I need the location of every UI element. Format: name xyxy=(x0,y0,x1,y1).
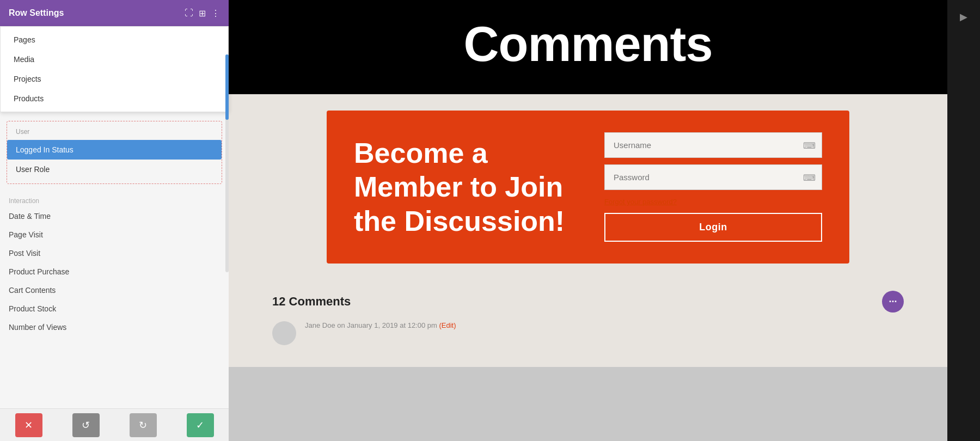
username-wrapper: ⌨ xyxy=(604,132,822,158)
comment-meta: Jane Doe on January 1, 2019 at 12:00 pm … xyxy=(305,321,456,329)
comment-edit-link[interactable]: (Edit) xyxy=(439,321,456,329)
post-visit-item[interactable]: Post Visit xyxy=(7,244,222,262)
more-icon[interactable]: ⋮ xyxy=(211,8,220,19)
user-role-item[interactable]: User Role xyxy=(7,160,222,179)
number-of-views-item[interactable]: Number of Views xyxy=(7,318,222,336)
sidebar-icon-1[interactable]: ▶ xyxy=(960,11,967,23)
comments-title: Comments xyxy=(250,16,926,72)
login-headline: Become a Member to Join the Discussion! xyxy=(354,136,572,238)
username-input[interactable] xyxy=(604,132,822,158)
cart-contents-item[interactable]: Cart Contents xyxy=(7,281,222,299)
page-visit-item[interactable]: Page Visit xyxy=(7,225,222,244)
more-options-button[interactable]: ··· xyxy=(882,291,904,313)
interaction-section-label: Interaction xyxy=(7,193,222,207)
dropdown-menu: Pages Media Projects Products xyxy=(0,26,229,112)
password-icon: ⌨ xyxy=(803,172,816,182)
comments-count-row: 12 Comments ··· xyxy=(272,291,904,313)
username-icon: ⌨ xyxy=(803,140,816,150)
dropdown-item-products[interactable]: Products xyxy=(1,89,228,108)
comments-header: Comments xyxy=(229,0,947,94)
right-sidebar: ▶ xyxy=(947,0,980,441)
expand-icon[interactable]: ⛶ xyxy=(185,8,193,18)
panel-header: Row Settings ⛶ ⊞ ⋮ xyxy=(0,0,229,26)
bottom-toolbar: ✕ ↺ ↻ ✓ xyxy=(0,408,229,441)
comment-date: on January 1, 2019 at 12:00 pm xyxy=(337,321,437,329)
logged-in-status-item[interactable]: Logged In Status xyxy=(7,140,222,160)
panel-scrollbar xyxy=(225,54,229,272)
cancel-button[interactable]: ✕ xyxy=(15,413,42,437)
comment-avatar xyxy=(272,321,296,345)
first-comment-row: Jane Doe on January 1, 2019 at 12:00 pm … xyxy=(272,321,904,345)
user-section-label: User xyxy=(7,126,222,140)
left-panel: Row Settings ⛶ ⊞ ⋮ Pages Media Projects … xyxy=(0,0,229,441)
product-stock-item[interactable]: Product Stock xyxy=(7,299,222,318)
panel-content: User Logged In Status User Role Interact… xyxy=(0,112,229,408)
interaction-section: Interaction Date & Time Page Visit Post … xyxy=(0,193,229,336)
user-section: User Logged In Status User Role xyxy=(7,121,222,184)
product-purchase-item[interactable]: Product Purchase xyxy=(7,262,222,281)
undo-button[interactable]: ↺ xyxy=(72,413,100,437)
date-time-item[interactable]: Date & Time xyxy=(7,207,222,225)
password-wrapper: ⌨ xyxy=(604,164,822,190)
grid-icon[interactable]: ⊞ xyxy=(199,8,206,19)
main-content: Comments Become a Member to Join the Dis… xyxy=(229,0,947,441)
header-icons: ⛶ ⊞ ⋮ xyxy=(185,8,220,19)
login-button[interactable]: Login xyxy=(604,213,822,242)
password-input[interactable] xyxy=(604,164,822,190)
dropdown-item-projects[interactable]: Projects xyxy=(1,69,228,89)
dropdown-item-media[interactable]: Media xyxy=(1,50,228,69)
save-button[interactable]: ✓ xyxy=(187,413,214,437)
comments-count-text: 12 Comments xyxy=(272,295,351,309)
comments-section: 12 Comments ··· Jane Doe on January 1, 2… xyxy=(229,280,947,367)
login-form: ⌨ ⌨ Forgot your password? Login xyxy=(604,132,822,242)
panel-title: Row Settings xyxy=(9,8,64,18)
more-dots-icon: ··· xyxy=(889,296,897,308)
dropdown-item-pages[interactable]: Pages xyxy=(1,30,228,50)
login-section: Become a Member to Join the Discussion! … xyxy=(229,94,947,280)
scrollbar-thumb[interactable] xyxy=(225,54,229,120)
forgot-password-link[interactable]: Forgot your password? xyxy=(604,198,677,206)
login-card: Become a Member to Join the Discussion! … xyxy=(327,111,849,264)
redo-button[interactable]: ↻ xyxy=(130,413,157,437)
comment-author: Jane Doe xyxy=(305,321,335,329)
